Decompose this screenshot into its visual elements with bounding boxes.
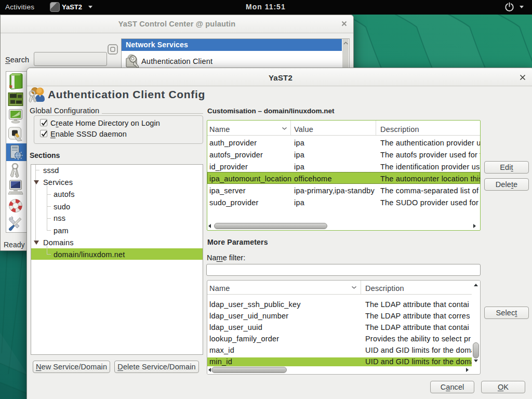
- svg-text:N: N: [9, 84, 12, 89]
